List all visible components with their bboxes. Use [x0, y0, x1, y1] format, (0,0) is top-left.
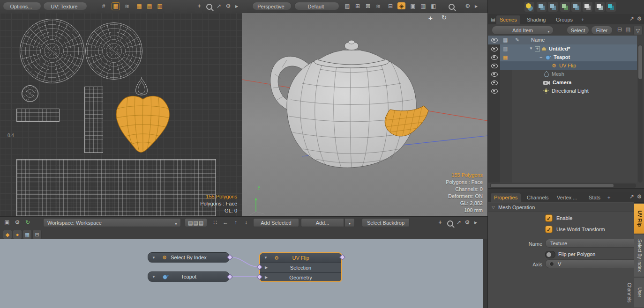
- uv-show-image-icon[interactable]: ▦: [112, 2, 120, 10]
- expander-icon[interactable]: ▼: [529, 44, 533, 53]
- render-toggle-icon[interactable]: ▦: [503, 53, 508, 61]
- uv-pack-icon[interactable]: ▦: [135, 2, 143, 10]
- node-collapse-icon[interactable]: ▼: [152, 253, 156, 263]
- eye-icon[interactable]: [491, 89, 498, 94]
- enable-checkbox[interactable]: ✓: [545, 214, 553, 222]
- tab-add[interactable]: +: [578, 15, 587, 24]
- tab-add[interactable]: +: [604, 193, 614, 202]
- uv-island-disc-medium[interactable]: [85, 22, 142, 80]
- visibility-column-eye-icon[interactable]: [491, 38, 498, 43]
- scrollbar-thumb[interactable]: [491, 184, 614, 187]
- uv-grid-snap-icon[interactable]: #: [99, 2, 108, 10]
- section-collapse-icon[interactable]: ▽: [492, 203, 495, 212]
- axis-dropdown[interactable]: V ▼: [545, 259, 644, 268]
- uv-more-icon[interactable]: ▸: [232, 2, 241, 10]
- schematic-more-icon[interactable]: ▸: [472, 219, 480, 227]
- node-uv-flip[interactable]: ▼ ⚙ UV Flip ▶ Selection ▶ Geometry: [259, 252, 342, 282]
- panel-gear-icon[interactable]: ⚙: [635, 15, 644, 23]
- side-tab-uv-flip[interactable]: UV Flip: [634, 204, 644, 234]
- nav-down-icon[interactable]: ↓: [242, 219, 250, 227]
- list-collapse-icon[interactable]: ⊟: [615, 26, 624, 34]
- uv-island-strip-horizontal[interactable]: [16, 109, 60, 122]
- uv-flip-geometry-input[interactable]: ▶ Geometry: [260, 272, 341, 282]
- mesh-operation-section-header[interactable]: ▽ Mesh Operation: [488, 203, 634, 212]
- item-cube-icon[interactable]: [537, 2, 547, 12]
- uv-island-selected-tooth[interactable]: [112, 92, 174, 154]
- tree-row-uv-flip[interactable]: ⚙ UV Flip: [488, 61, 637, 70]
- uv-canvas[interactable]: 0.4 155 Polygons Polygons : Face GL: 0: [0, 13, 242, 216]
- select-backdrop-button[interactable]: Select Backdrop: [362, 218, 410, 227]
- render-toggle-icon[interactable]: ▦: [503, 44, 508, 53]
- node-collapse-icon[interactable]: ▼: [264, 253, 268, 263]
- add-child-icon[interactable]: +: [535, 46, 540, 51]
- overlay-mode-icon[interactable]: ◧: [429, 2, 438, 10]
- nav-up-icon[interactable]: ↑: [232, 219, 240, 227]
- uv-maximize-icon[interactable]: ↗: [215, 2, 223, 10]
- viewport3d-canvas[interactable]: y + ↻ 155 Polygons Polygons : Face Chann…: [242, 13, 487, 216]
- eye-icon[interactable]: [491, 55, 498, 60]
- camera-view-dropdown[interactable]: Perspective: [252, 2, 292, 10]
- tree-row-directional-light[interactable]: Directional Light: [488, 87, 637, 95]
- filter-button[interactable]: Filter: [591, 26, 613, 35]
- node-graph-canvas[interactable]: ▼ ⚙ Select By Index ▼ Teapot: [0, 239, 487, 308]
- uv-fit-icon[interactable]: ▤: [145, 2, 154, 10]
- grid-toggle-icon[interactable]: ≋: [374, 2, 382, 10]
- list-style-icon[interactable]: ▤: [624, 26, 632, 34]
- shading-mode-dropdown[interactable]: Default: [294, 2, 339, 10]
- add-selected-button[interactable]: Add Selected: [253, 218, 299, 227]
- wireframe-toggle-icon[interactable]: ⊞: [353, 2, 362, 10]
- scrollbar-thumb[interactable]: [638, 45, 642, 79]
- backface-toggle-icon[interactable]: ⊠: [364, 2, 372, 10]
- eye-icon[interactable]: [491, 64, 498, 68]
- tree-horizontal-scrollbar[interactable]: [490, 183, 636, 188]
- uv-options-button[interactable]: Options...: [3, 2, 41, 10]
- filter-circle-icon[interactable]: ●: [13, 230, 22, 239]
- panel-gear-icon[interactable]: ⚙: [635, 193, 644, 201]
- tab-stats[interactable]: Stats: [585, 193, 604, 202]
- active-tool-icon[interactable]: ◈: [397, 2, 405, 9]
- filter-funnel-icon[interactable]: ▽: [633, 26, 643, 35]
- filter-clear-icon[interactable]: ⊟: [32, 230, 42, 239]
- tree-vertical-scrollbar[interactable]: [638, 44, 643, 183]
- schematic-maximize-icon[interactable]: ↗: [455, 219, 463, 227]
- add-dropdown[interactable]: Add...: [301, 218, 344, 227]
- schematic-link-icon[interactable]: ∷: [211, 219, 219, 227]
- render-column-icon[interactable]: ▦: [503, 36, 508, 44]
- add-item-dropdown[interactable]: Add Item ▼: [492, 26, 554, 35]
- proxy-mode-icon[interactable]: ▥: [419, 2, 427, 10]
- eye-icon[interactable]: [491, 81, 498, 85]
- filter-checker-icon[interactable]: ▦: [22, 230, 32, 239]
- uv-texture-dropdown[interactable]: UV: Texture: [43, 2, 87, 10]
- nav-back-icon[interactable]: ←: [221, 219, 230, 227]
- eye-icon[interactable]: [491, 47, 498, 51]
- schematic-gear-icon[interactable]: ⚙: [463, 219, 472, 227]
- eye-icon[interactable]: [491, 72, 498, 77]
- viewport3d-more-icon[interactable]: ▸: [472, 2, 480, 10]
- tree-row-camera[interactable]: Camera: [488, 78, 637, 87]
- edit-column-icon[interactable]: ✎: [515, 36, 519, 44]
- ghost-mode-icon[interactable]: ▣: [409, 2, 417, 10]
- replace-cube-icon[interactable]: [571, 2, 581, 12]
- name-dropdown[interactable]: Texture ▼: [545, 239, 644, 248]
- instance-cube-icon[interactable]: [560, 2, 570, 12]
- flip-per-polygon-toggle[interactable]: [545, 251, 555, 258]
- schematic-edit-icon[interactable]: ▣: [3, 219, 11, 227]
- node-collapse-icon[interactable]: ▼: [152, 272, 156, 282]
- side-tab-user-channels[interactable]: User Channels: [634, 278, 644, 308]
- schematic-view-mode-buttons[interactable]: ▤▤▤: [185, 218, 207, 227]
- node-teapot[interactable]: ▼ Teapot: [148, 271, 230, 281]
- filter-diamond-icon[interactable]: ◆: [3, 230, 12, 239]
- viewport-rotate-icon[interactable]: ↻: [442, 14, 447, 21]
- add-dropdown-arrow[interactable]: ▼: [344, 218, 355, 227]
- uv-distortion-icon[interactable]: ≋: [123, 2, 131, 10]
- uv-pan-icon[interactable]: +: [195, 2, 203, 10]
- render-orb-icon[interactable]: [524, 2, 534, 12]
- viewport3d-zoom-icon[interactable]: [449, 4, 455, 10]
- tab-shading[interactable]: Shading: [524, 15, 549, 24]
- schematic-zoom-icon[interactable]: [447, 220, 453, 227]
- select-button[interactable]: Select: [567, 26, 589, 35]
- tab-properties[interactable]: Properties: [491, 193, 521, 202]
- uv-island-disc-small[interactable]: [22, 85, 38, 102]
- workspace-dropdown[interactable]: Workspace: Workspace ▼: [43, 218, 181, 227]
- schematic-add-node-icon[interactable]: ⚙: [13, 219, 22, 227]
